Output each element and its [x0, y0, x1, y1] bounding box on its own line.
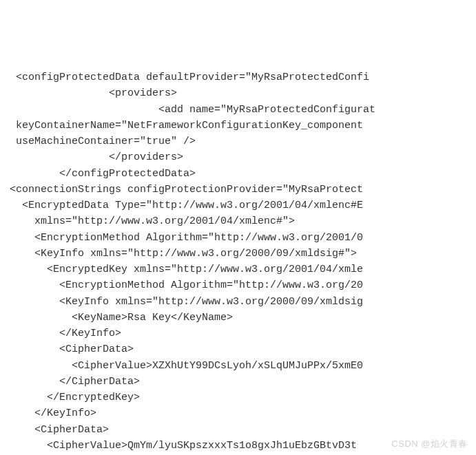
code-line: useMachineContainer="true" />	[10, 134, 476, 149]
code-block: <configProtectedData defaultProvider="My…	[10, 70, 476, 454]
code-line: <KeyName>Rsa Key</KeyName>	[10, 310, 476, 326]
code-line: </KeyInfo>	[10, 326, 476, 341]
code-line: <CipherValue>XZXhUtY99DCsLyoh/xSLqUMJuPP…	[10, 358, 476, 374]
code-line: <EncryptionMethod Algorithm="http://www.…	[10, 230, 476, 246]
code-line: </KeyInfo>	[10, 405, 476, 421]
code-line: <EncryptedData Type="http://www.w3.org/2…	[10, 198, 476, 213]
code-line: </configProtectedData>	[10, 166, 476, 182]
code-line: </CipherData>	[10, 374, 476, 390]
code-line: <connectionStrings configProtectionProvi…	[10, 182, 476, 198]
code-line: keyContainerName="NetFrameworkConfigurat…	[10, 118, 476, 134]
code-line: <add name="MyRsaProtectedConfigurat	[10, 102, 476, 118]
code-line: <CipherData>	[10, 422, 476, 438]
code-line: <EncryptedKey xmlns="http://www.w3.org/2…	[10, 262, 476, 277]
code-line: <providers>	[10, 85, 476, 101]
code-line: <KeyInfo xmlns="http://www.w3.org/2000/0…	[10, 246, 476, 262]
code-line: </providers>	[10, 149, 476, 165]
code-line: xmlns="http://www.w3.org/2001/04/xmlenc#…	[10, 213, 476, 229]
watermark: CSDN @焰火青春	[391, 437, 468, 451]
code-line: <KeyInfo xmlns="http://www.w3.org/2000/0…	[10, 294, 476, 310]
code-line: <EncryptionMethod Algorithm="http://www.…	[10, 277, 476, 293]
code-line: </EncryptedKey>	[10, 390, 476, 405]
code-line: <CipherData>	[10, 341, 476, 357]
code-line: <configProtectedData defaultProvider="My…	[10, 70, 476, 85]
